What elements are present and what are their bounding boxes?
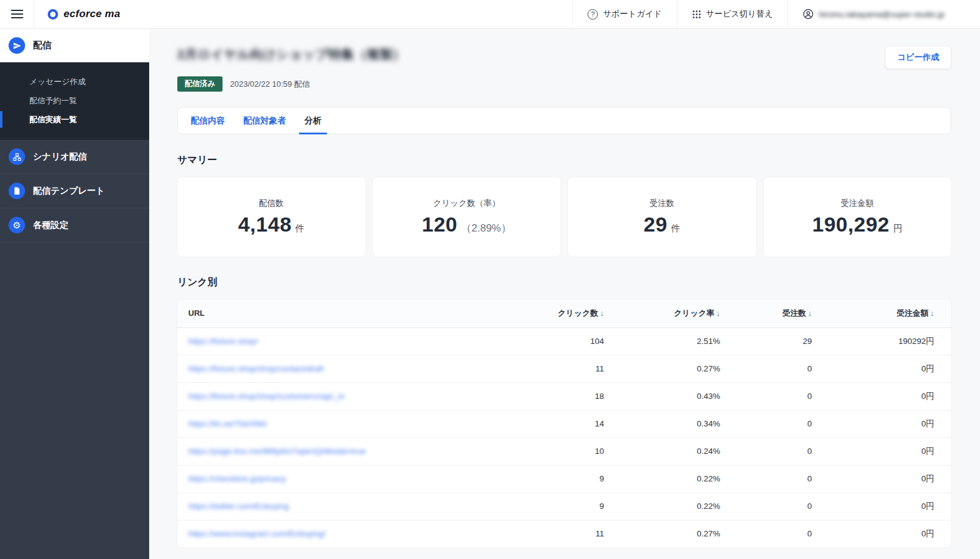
tab-delivery-targets[interactable]: 配信対象者 — [243, 108, 286, 134]
hamburger-menu-button[interactable] — [0, 0, 34, 28]
clicks-cell: 18 — [504, 382, 621, 410]
account-email: hiromu.takayama@super-studio.jp — [819, 10, 945, 19]
links-heading: リンク別 — [177, 276, 951, 289]
ctr-cell: 2.51% — [621, 327, 737, 355]
stat-unit: （2.89%） — [461, 221, 511, 235]
table-row: https://twitter.com/Ecbuying 9 0.22% 0 0… — [177, 492, 951, 520]
column-label: クリック率 — [674, 309, 714, 318]
gear-icon: ⚙ — [9, 217, 25, 233]
column-header-orders[interactable]: 受注数↓ — [737, 299, 829, 327]
table-row: https://lin.ee/TbeXMd 14 0.34% 0 0円 — [177, 410, 951, 437]
user-icon — [803, 9, 814, 20]
hamburger-icon — [11, 7, 23, 21]
submenu-label: メッセージ作成 — [29, 76, 86, 87]
sidebar-item-scenario[interactable]: シナリオ配信 — [0, 140, 149, 174]
clicks-cell: 10 — [504, 437, 621, 465]
ctr-cell: 0.34% — [621, 410, 737, 437]
copy-create-button[interactable]: コピー作成 — [885, 46, 951, 69]
status-badge: 配信済み — [177, 76, 223, 92]
sidebar-template-label: 配信テンプレート — [33, 185, 105, 197]
url-link[interactable]: https://fixture.shop/shop/contact/draft — [188, 364, 323, 373]
orders-cell: 0 — [737, 492, 829, 520]
stat-label: クリック数（率） — [433, 198, 500, 209]
stat-value: 190,292 — [812, 213, 890, 236]
ctr-cell: 0.24% — [621, 437, 737, 465]
column-header-clicks[interactable]: クリック数↓ — [504, 299, 621, 327]
url-link[interactable]: https://checklists.jp/privacy — [188, 474, 286, 483]
stat-card-deliveries: 配信数 4,148 件 — [177, 177, 366, 257]
sidebar-item-settings[interactable]: ⚙ 各種設定 — [0, 208, 149, 243]
orders-cell: 0 — [737, 410, 829, 437]
column-label: 受注金額 — [897, 309, 929, 318]
sidebar-item-template[interactable]: 配信テンプレート — [0, 174, 149, 208]
sidebar-delivery-label: 配信 — [33, 40, 51, 51]
url-link[interactable]: https://fixture.shop/shop/customers/sign… — [188, 392, 345, 401]
url-link[interactable]: https://twitter.com/Ecbuying — [188, 502, 289, 511]
tab-delivery-content[interactable]: 配信内容 — [191, 108, 225, 134]
service-switch-button[interactable]: サービス切り替え — [677, 0, 788, 28]
url-link[interactable]: https://fixture.shop/ — [188, 337, 258, 346]
orders-cell: 0 — [737, 437, 829, 465]
sidebar-item-results-list[interactable]: 配信実績一覧 — [0, 110, 149, 129]
orders-cell: 0 — [737, 520, 829, 547]
topbar-spacer — [120, 0, 572, 28]
orders-cell: 29 — [737, 327, 829, 355]
column-header-url: URL — [177, 299, 504, 327]
account-menu[interactable]: hiromu.takayama@super-studio.jp — [787, 0, 980, 28]
sort-desc-icon: ↓ — [808, 309, 812, 318]
sent-at-text: 2023/02/22 10:59 配信 — [230, 79, 310, 90]
stat-value: 4,148 — [238, 213, 292, 236]
url-link[interactable]: https://page.line.me/989y6m?openQrModal=… — [188, 447, 366, 456]
sidebar-submenu: メッセージ作成 配信予約一覧 配信実績一覧 — [0, 62, 149, 140]
submenu-label: 配信実績一覧 — [29, 114, 77, 125]
table-header-row: URL クリック数↓ クリック率↓ 受注数↓ 受注金額↓ — [177, 299, 951, 327]
sidebar-item-message-create[interactable]: メッセージ作成 — [0, 72, 149, 91]
table-row: https://www.instagram.com/Ecbuying/ 11 0… — [177, 520, 951, 547]
revenue-cell: 0円 — [829, 520, 951, 547]
revenue-cell: 0円 — [829, 355, 951, 382]
sidebar: 配信 メッセージ作成 配信予約一覧 配信実績一覧 — [0, 29, 149, 559]
stat-card-revenue: 受注金額 190,292 円 — [764, 177, 952, 257]
support-guide-button[interactable]: ? サポートガイド — [572, 0, 676, 28]
page-title: 2月ロイヤル向けショップ特集（複製） — [177, 46, 405, 63]
table-row: https://fixture.shop/ 104 2.51% 29 19029… — [177, 327, 951, 355]
ctr-cell: 0.22% — [621, 492, 737, 520]
orders-cell: 0 — [737, 382, 829, 410]
table-row: https://page.line.me/989y6m?openQrModal=… — [177, 437, 951, 465]
main-content: 2月ロイヤル向けショップ特集（複製） コピー作成 配信済み 2023/02/22… — [149, 29, 980, 559]
orders-cell: 0 — [737, 355, 829, 382]
stat-label: 受注数 — [650, 198, 675, 209]
links-table: URL クリック数↓ クリック率↓ 受注数↓ 受注金額↓ https://fix… — [177, 299, 951, 547]
ctr-cell: 0.27% — [621, 355, 737, 382]
sidebar-item-schedule-list[interactable]: 配信予約一覧 — [0, 91, 149, 110]
app-window: ecforce ma ? サポートガイド サービス切り替え hiromu.tak… — [0, 0, 980, 559]
revenue-cell: 190292円 — [829, 327, 951, 355]
ctr-cell: 0.43% — [621, 382, 737, 410]
support-guide-label: サポートガイド — [603, 9, 661, 20]
grid-icon — [692, 10, 701, 19]
clicks-cell: 11 — [504, 520, 621, 547]
submenu-label: 配信予約一覧 — [29, 95, 77, 106]
ctr-cell: 0.27% — [621, 520, 737, 547]
table-row: https://fixture.shop/shop/contact/draft … — [177, 355, 951, 382]
topbar: ecforce ma ? サポートガイド サービス切り替え hiromu.tak… — [0, 0, 980, 29]
sort-desc-icon: ↓ — [600, 309, 605, 318]
column-header-revenue[interactable]: 受注金額↓ — [829, 299, 951, 327]
url-link[interactable]: https://lin.ee/TbeXMd — [188, 419, 267, 428]
summary-heading: サマリー — [177, 154, 951, 167]
stat-label: 受注金額 — [841, 198, 874, 209]
app-logo[interactable]: ecforce ma — [34, 0, 120, 28]
sidebar-item-delivery[interactable]: 配信 — [0, 29, 149, 62]
url-link[interactable]: https://www.instagram.com/Ecbuying/ — [188, 529, 325, 538]
column-label: クリック数 — [558, 309, 598, 318]
sitemap-icon — [9, 148, 25, 165]
clicks-cell: 104 — [504, 327, 621, 355]
tab-analysis[interactable]: 分析 — [304, 108, 322, 134]
revenue-cell: 0円 — [829, 410, 951, 437]
column-header-ctr[interactable]: クリック率↓ — [621, 299, 737, 327]
document-icon — [9, 183, 25, 199]
stat-value: 29 — [644, 213, 668, 236]
logo-text: ecforce ma — [64, 8, 120, 20]
tab-label: 配信対象者 — [243, 115, 286, 126]
summary-cards: 配信数 4,148 件 クリック数（率） 120 （2.89%） 受注数 — [177, 177, 951, 257]
